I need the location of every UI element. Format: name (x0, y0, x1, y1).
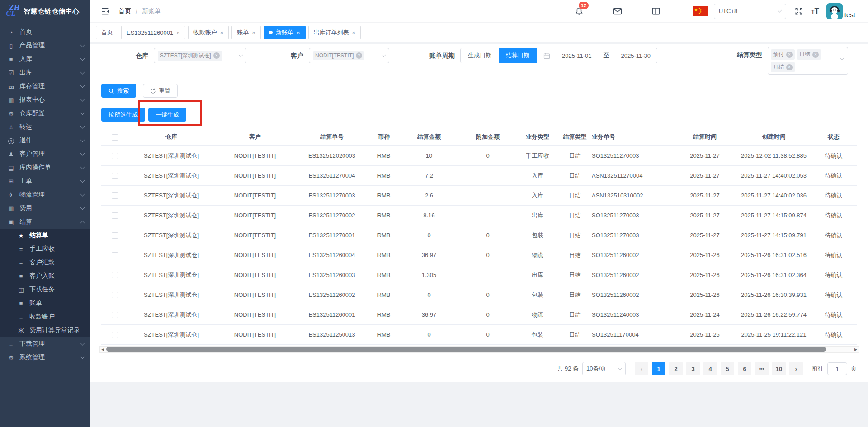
fullscreen-icon[interactable] (794, 7, 803, 16)
goto-page-input[interactable] (827, 362, 847, 375)
collapse-sidebar-icon[interactable] (100, 6, 110, 16)
tab-label: 新账单 (276, 28, 293, 37)
sidebar-item[interactable]: ⚙仓库配置 (0, 107, 90, 120)
cell-customer: NODIT[TESTIT] (214, 232, 296, 239)
remove-tag-icon[interactable]: × (812, 52, 819, 58)
sidebar-subitem[interactable]: ≡客户入账 (0, 269, 90, 283)
sidebar-item[interactable]: ◔首页 (0, 25, 90, 39)
page-size-select[interactable]: 10条/页 (582, 362, 626, 375)
notification-bell-icon[interactable]: 12 (574, 6, 584, 16)
docs-book-icon[interactable] (651, 6, 661, 16)
generate-selected-button[interactable]: 按所选生成 (101, 108, 145, 122)
close-tab-icon[interactable]: × (297, 30, 300, 36)
date-from-value[interactable]: 2025-11-01 (562, 52, 592, 59)
sidebar-item[interactable]: ≡下载管理 (0, 337, 90, 351)
page-button-6[interactable]: 6 (738, 362, 751, 375)
page-button-10[interactable]: 10 (772, 362, 786, 375)
generate-all-button[interactable]: 一键生成 (148, 108, 186, 122)
sidebar-item[interactable]: 123库存管理 (0, 80, 90, 93)
font-size-icon[interactable]: TT (811, 7, 819, 15)
search-button[interactable]: 搜索 (101, 84, 136, 98)
cell-currency: RMB (368, 152, 400, 159)
chevron-down-icon (80, 97, 85, 101)
sidebar-item-label: 报表中心 (19, 96, 81, 104)
settle-type-select[interactable]: 预付×日结×月结× (768, 47, 848, 75)
generate-date-option[interactable]: 生成日期 (461, 48, 499, 63)
col-currency: 币种 (368, 133, 400, 141)
scroll-right-arrow-icon[interactable]: ▶ (853, 346, 859, 353)
row-checkbox[interactable] (112, 312, 118, 318)
scroll-left-arrow-icon[interactable]: ◀ (100, 346, 105, 353)
scrollbar-thumb[interactable] (106, 347, 826, 352)
scrollbar-track[interactable] (105, 346, 853, 353)
remove-tag-icon[interactable]: × (356, 52, 362, 59)
sidebar-item[interactable]: ▦报表中心 (0, 93, 90, 107)
sidebar-item[interactable]: ☑出库 (0, 66, 90, 80)
reset-button[interactable]: 重置 (143, 84, 178, 98)
sidebar-item[interactable]: ?退件 (0, 134, 90, 147)
tab-ES132511260001[interactable]: ES132511260001× (121, 26, 185, 39)
horizontal-scrollbar[interactable]: ◀ ▶ (99, 346, 859, 353)
sidebar-item[interactable]: ≡入库 (0, 52, 90, 66)
sidebar-item[interactable]: ▣结算 (0, 215, 90, 229)
page-button-1[interactable]: 1 (652, 362, 665, 375)
date-to-value[interactable]: 2025-11-30 (621, 52, 651, 59)
sidebar-item-label: 账单 (29, 299, 84, 307)
page-button-3[interactable]: 3 (686, 362, 700, 375)
mail-icon[interactable] (612, 6, 623, 16)
more-pages-button[interactable]: ••• (755, 362, 769, 375)
tab-账单[interactable]: 账单× (231, 26, 261, 39)
row-checkbox[interactable] (112, 153, 118, 159)
settle-date-option[interactable]: 结算日期 (499, 48, 537, 63)
row-checkbox[interactable] (112, 272, 118, 278)
page-button-2[interactable]: 2 (669, 362, 683, 375)
prev-page-button[interactable]: ‹ (635, 362, 648, 375)
sidebar-subitem[interactable]: ≡手工应收 (0, 242, 90, 256)
tab-出库订单列表[interactable]: 出库订单列表× (308, 26, 361, 39)
tab-首页[interactable]: 首页 (96, 26, 118, 39)
row-checkbox[interactable] (112, 212, 118, 219)
sidebar-item[interactable]: ⊞工单 (0, 174, 90, 188)
language-flag-icon[interactable]: ★ ★ ★ ★ ★ (693, 6, 708, 16)
sidebar-item[interactable]: ▯产品管理 (0, 39, 90, 52)
user-avatar[interactable] (826, 3, 843, 19)
remove-tag-icon[interactable]: × (786, 64, 793, 70)
page-button-4[interactable]: 4 (703, 362, 717, 375)
sidebar-item[interactable]: ♟客户管理 (0, 147, 90, 161)
page-button-5[interactable]: 5 (721, 362, 734, 375)
sidebar-subitem[interactable]: ≡收款账户 (0, 310, 90, 324)
date-range-picker[interactable]: 2025-11-01 至 2025-11-30 (537, 48, 657, 63)
close-tab-icon[interactable]: × (352, 30, 356, 36)
row-checkbox[interactable] (112, 332, 118, 338)
tab-新账单[interactable]: 新账单× (264, 26, 306, 39)
row-checkbox[interactable] (112, 192, 118, 199)
timezone-select[interactable]: UTC+8 (714, 4, 786, 19)
tab-收款账户[interactable]: 收款账户× (188, 26, 229, 39)
customer-select[interactable]: NODIT[TESTIT] × (309, 48, 389, 63)
sidebar-item[interactable]: ✈物流管理 (0, 188, 90, 202)
reset-button-label: 重置 (159, 87, 170, 95)
close-tab-icon[interactable]: × (252, 30, 255, 36)
remove-tag-icon[interactable]: × (213, 52, 220, 59)
select-all-checkbox[interactable] (112, 134, 118, 141)
close-tab-icon[interactable]: × (176, 30, 180, 36)
sidebar-subitem[interactable]: ◫下载任务 (0, 283, 90, 296)
breadcrumb-home[interactable]: 首页 (118, 7, 131, 15)
row-checkbox[interactable] (112, 173, 118, 179)
warehouse-select[interactable]: SZTEST[深圳测试仓] × (154, 48, 246, 63)
sidebar-item[interactable]: ⚙系统管理 (0, 351, 90, 364)
next-page-button[interactable]: › (789, 362, 803, 375)
sidebar-subitem[interactable]: Ж费用计算异常记录 (0, 324, 90, 337)
sidebar-subitem[interactable]: ≡账单 (0, 296, 90, 310)
remove-tag-icon[interactable]: × (786, 52, 793, 58)
col-remark: 备注 (852, 133, 857, 141)
sidebar-subitem[interactable]: ≡客户汇款 (0, 256, 90, 269)
row-checkbox[interactable] (112, 232, 118, 239)
sidebar-subitem[interactable]: ★结算单 (0, 229, 90, 242)
row-checkbox[interactable] (112, 252, 118, 258)
close-tab-icon[interactable]: × (220, 30, 224, 36)
row-checkbox[interactable] (112, 292, 118, 298)
sidebar-item[interactable]: ▤库内操作单 (0, 161, 90, 174)
sidebar-item[interactable]: ☆转运 (0, 120, 90, 134)
sidebar-item[interactable]: ▥费用 (0, 202, 90, 215)
